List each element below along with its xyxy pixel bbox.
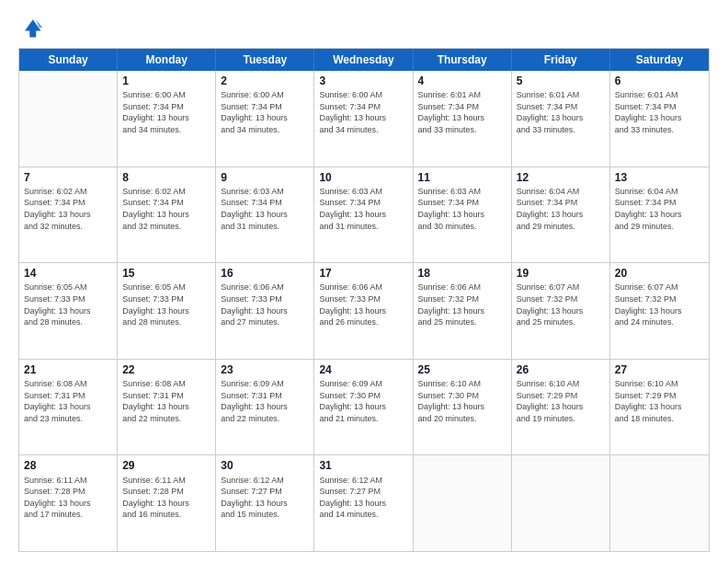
day-number: 16 [221, 266, 309, 281]
day-number: 30 [221, 458, 309, 473]
calendar-cell [610, 455, 709, 551]
day-number: 23 [221, 362, 309, 377]
calendar-cell: 28Sunrise: 6:11 AM Sunset: 7:28 PM Dayli… [19, 455, 118, 551]
cell-text: Sunrise: 6:07 AM Sunset: 7:32 PM Dayligh… [615, 282, 704, 327]
cell-text: Sunrise: 6:02 AM Sunset: 7:34 PM Dayligh… [122, 186, 210, 232]
day-number: 5 [517, 74, 605, 88]
day-number: 15 [122, 266, 210, 281]
calendar-cell: 21Sunrise: 6:08 AM Sunset: 7:31 PM Dayli… [19, 360, 118, 455]
cell-text: Sunrise: 6:03 AM Sunset: 7:34 PM Dayligh… [418, 186, 506, 232]
calendar-cell: 8Sunrise: 6:02 AM Sunset: 7:34 PM Daylig… [118, 167, 216, 263]
calendar-cell: 26Sunrise: 6:10 AM Sunset: 7:29 PM Dayli… [512, 360, 610, 455]
cell-text: Sunrise: 6:04 AM Sunset: 7:34 PM Dayligh… [517, 186, 605, 232]
day-number: 28 [24, 458, 112, 473]
calendar-cell: 1Sunrise: 6:00 AM Sunset: 7:34 PM Daylig… [118, 71, 216, 167]
cell-text: Sunrise: 6:12 AM Sunset: 7:27 PM Dayligh… [319, 475, 407, 521]
cell-text: Sunrise: 6:10 AM Sunset: 7:29 PM Dayligh… [615, 378, 704, 424]
calendar-cell: 9Sunrise: 6:03 AM Sunset: 7:34 PM Daylig… [216, 167, 314, 263]
calendar-cell: 24Sunrise: 6:09 AM Sunset: 7:30 PM Dayli… [314, 360, 413, 455]
cell-text: Sunrise: 6:00 AM Sunset: 7:34 PM Dayligh… [319, 89, 407, 135]
cell-text: Sunrise: 6:09 AM Sunset: 7:31 PM Dayligh… [221, 378, 309, 424]
cell-text: Sunrise: 6:11 AM Sunset: 7:28 PM Dayligh… [24, 475, 112, 521]
header-day-friday: Friday [512, 49, 610, 71]
calendar-week-4: 21Sunrise: 6:08 AM Sunset: 7:31 PM Dayli… [19, 360, 709, 456]
calendar-cell: 16Sunrise: 6:06 AM Sunset: 7:33 PM Dayli… [216, 263, 314, 359]
cell-text: Sunrise: 6:04 AM Sunset: 7:34 PM Dayligh… [615, 186, 704, 232]
calendar-cell: 17Sunrise: 6:06 AM Sunset: 7:33 PM Dayli… [314, 263, 413, 359]
day-number: 24 [319, 362, 407, 377]
cell-text: Sunrise: 6:03 AM Sunset: 7:34 PM Dayligh… [221, 186, 309, 232]
calendar-cell: 6Sunrise: 6:01 AM Sunset: 7:34 PM Daylig… [610, 71, 709, 167]
day-number: 29 [122, 458, 210, 473]
day-number: 3 [319, 74, 407, 88]
cell-text: Sunrise: 6:09 AM Sunset: 7:30 PM Dayligh… [319, 378, 407, 424]
header-day-wednesday: Wednesday [314, 49, 413, 71]
logo [18, 15, 48, 40]
header-day-monday: Monday [118, 49, 216, 71]
cell-text: Sunrise: 6:00 AM Sunset: 7:34 PM Dayligh… [221, 89, 309, 135]
cell-text: Sunrise: 6:01 AM Sunset: 7:34 PM Dayligh… [418, 89, 506, 135]
cell-text: Sunrise: 6:10 AM Sunset: 7:30 PM Dayligh… [418, 378, 506, 424]
day-number: 27 [615, 362, 704, 377]
day-number: 2 [221, 74, 309, 88]
cell-text: Sunrise: 6:11 AM Sunset: 7:28 PM Dayligh… [122, 475, 210, 521]
day-number: 17 [319, 266, 407, 281]
cell-text: Sunrise: 6:06 AM Sunset: 7:32 PM Dayligh… [418, 282, 506, 327]
calendar-cell: 14Sunrise: 6:05 AM Sunset: 7:33 PM Dayli… [19, 263, 118, 359]
header-day-thursday: Thursday [414, 49, 512, 71]
page-header [18, 15, 710, 40]
calendar-cell: 31Sunrise: 6:12 AM Sunset: 7:27 PM Dayli… [314, 455, 413, 551]
cell-text: Sunrise: 6:03 AM Sunset: 7:34 PM Dayligh… [319, 186, 407, 232]
cell-text: Sunrise: 6:06 AM Sunset: 7:33 PM Dayligh… [319, 282, 407, 327]
day-number: 1 [122, 74, 210, 88]
day-number: 10 [319, 170, 407, 185]
day-number: 20 [615, 266, 704, 281]
day-number: 21 [24, 362, 112, 377]
cell-text: Sunrise: 6:01 AM Sunset: 7:34 PM Dayligh… [615, 89, 704, 135]
calendar-cell: 13Sunrise: 6:04 AM Sunset: 7:34 PM Dayli… [610, 167, 709, 263]
calendar-cell [512, 455, 610, 551]
calendar-week-2: 7Sunrise: 6:02 AM Sunset: 7:34 PM Daylig… [19, 167, 709, 264]
day-number: 9 [221, 170, 309, 185]
calendar-cell: 7Sunrise: 6:02 AM Sunset: 7:34 PM Daylig… [19, 167, 118, 263]
calendar-week-5: 28Sunrise: 6:11 AM Sunset: 7:28 PM Dayli… [19, 455, 709, 551]
day-number: 11 [418, 170, 506, 185]
day-number: 8 [122, 170, 210, 185]
day-number: 22 [122, 362, 210, 377]
header-day-tuesday: Tuesday [216, 49, 314, 71]
calendar-header: SundayMondayTuesdayWednesdayThursdayFrid… [19, 49, 709, 71]
cell-text: Sunrise: 6:00 AM Sunset: 7:34 PM Dayligh… [122, 89, 210, 135]
cell-text: Sunrise: 6:08 AM Sunset: 7:31 PM Dayligh… [122, 378, 210, 424]
day-number: 31 [319, 458, 407, 473]
calendar-cell: 5Sunrise: 6:01 AM Sunset: 7:34 PM Daylig… [512, 71, 610, 167]
calendar-cell [19, 71, 118, 167]
calendar-cell: 20Sunrise: 6:07 AM Sunset: 7:32 PM Dayli… [610, 263, 709, 359]
calendar-week-1: 1Sunrise: 6:00 AM Sunset: 7:34 PM Daylig… [19, 71, 709, 167]
calendar-week-3: 14Sunrise: 6:05 AM Sunset: 7:33 PM Dayli… [19, 263, 709, 360]
cell-text: Sunrise: 6:06 AM Sunset: 7:33 PM Dayligh… [221, 282, 309, 327]
cell-text: Sunrise: 6:01 AM Sunset: 7:34 PM Dayligh… [517, 89, 605, 135]
calendar-cell [414, 455, 512, 551]
calendar-cell: 12Sunrise: 6:04 AM Sunset: 7:34 PM Dayli… [512, 167, 610, 263]
calendar-cell: 23Sunrise: 6:09 AM Sunset: 7:31 PM Dayli… [216, 360, 314, 455]
day-number: 13 [615, 170, 704, 185]
cell-text: Sunrise: 6:07 AM Sunset: 7:32 PM Dayligh… [517, 282, 605, 327]
calendar-cell: 22Sunrise: 6:08 AM Sunset: 7:31 PM Dayli… [118, 360, 216, 455]
calendar-cell: 29Sunrise: 6:11 AM Sunset: 7:28 PM Dayli… [118, 455, 216, 551]
calendar-cell: 11Sunrise: 6:03 AM Sunset: 7:34 PM Dayli… [414, 167, 512, 263]
day-number: 7 [24, 170, 112, 185]
cell-text: Sunrise: 6:05 AM Sunset: 7:33 PM Dayligh… [24, 282, 112, 327]
calendar-cell: 25Sunrise: 6:10 AM Sunset: 7:30 PM Dayli… [414, 360, 512, 455]
calendar-cell: 18Sunrise: 6:06 AM Sunset: 7:32 PM Dayli… [414, 263, 512, 359]
day-number: 6 [615, 74, 704, 88]
cell-text: Sunrise: 6:12 AM Sunset: 7:27 PM Dayligh… [221, 475, 309, 521]
header-day-saturday: Saturday [610, 49, 709, 71]
day-number: 25 [418, 362, 506, 377]
cell-text: Sunrise: 6:05 AM Sunset: 7:33 PM Dayligh… [122, 282, 210, 327]
day-number: 19 [517, 266, 605, 281]
calendar: SundayMondayTuesdayWednesdayThursdayFrid… [18, 48, 710, 552]
calendar-cell: 4Sunrise: 6:01 AM Sunset: 7:34 PM Daylig… [414, 71, 512, 167]
calendar-body: 1Sunrise: 6:00 AM Sunset: 7:34 PM Daylig… [19, 71, 709, 551]
day-number: 18 [418, 266, 506, 281]
calendar-cell: 10Sunrise: 6:03 AM Sunset: 7:34 PM Dayli… [314, 167, 413, 263]
